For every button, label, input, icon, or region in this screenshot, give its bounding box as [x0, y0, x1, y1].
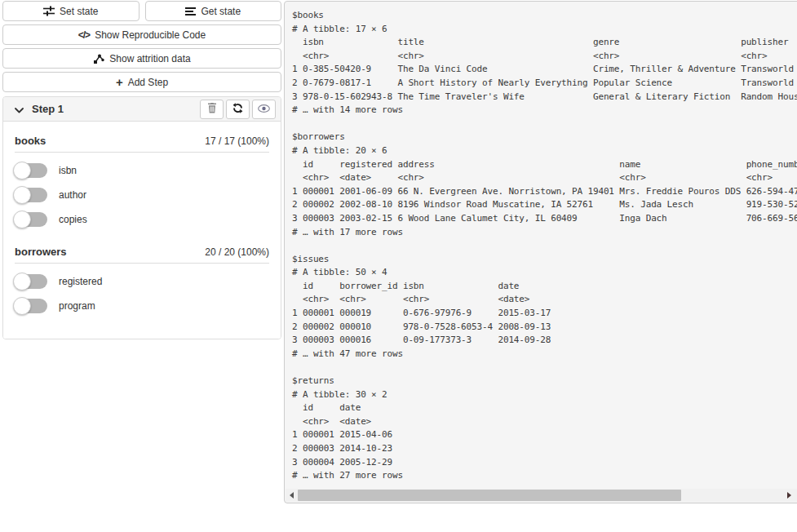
get-state-button[interactable]: Get state: [145, 1, 282, 21]
toggle-row: copies: [15, 211, 269, 228]
toggle-label: registered: [59, 276, 102, 287]
control-sidebar: Set state Get state </> Show Reproducibl…: [2, 1, 281, 339]
show-attrition-data-button[interactable]: Show attrition data: [2, 48, 281, 69]
toggle-knob: [13, 162, 31, 180]
sliders-icon: [43, 6, 55, 16]
toggle-knob: [13, 186, 31, 204]
add-step-label: Add Step: [128, 77, 168, 88]
section-title: borrowers: [15, 246, 67, 258]
menu-icon: [185, 7, 196, 16]
get-state-label: Get state: [201, 6, 241, 17]
toggle-knob: [13, 297, 31, 315]
section-header: borrowers20 / 20 (100%): [15, 246, 269, 264]
state-button-row: Set state Get state: [2, 1, 281, 21]
chevron-down-icon: [15, 102, 24, 117]
section-row-count: 20 / 20 (100%): [205, 246, 269, 258]
step-card-header[interactable]: Step 1: [3, 97, 281, 122]
toggle-row: author: [15, 187, 269, 203]
toggle-knob: [13, 211, 31, 228]
console-panel[interactable]: $books # A tibble: 17 × 6 isbn title gen…: [284, 1, 797, 503]
toggle-switch-author[interactable]: [15, 188, 47, 202]
section-header: books17 / 17 (100%): [15, 135, 269, 153]
delete-step-button[interactable]: [200, 100, 224, 119]
set-state-label: Set state: [60, 6, 98, 17]
toggle-switch-registered[interactable]: [15, 274, 47, 289]
step-title: Step 1: [32, 103, 197, 115]
step-card: Step 1: [2, 96, 281, 339]
toggle-label: copies: [59, 214, 87, 225]
add-step-button[interactable]: + Add Step: [2, 72, 281, 92]
dataset-section-books: books17 / 17 (100%)isbnauthorcopies: [15, 135, 269, 228]
trash-icon: [207, 103, 217, 116]
scrollbar-thumb[interactable]: [298, 490, 681, 501]
section-title: books: [15, 135, 46, 147]
toggle-switch-program[interactable]: [15, 299, 47, 313]
section-row-count: 17 / 17 (100%): [205, 135, 269, 147]
refresh-icon: [232, 103, 243, 116]
toggle-knob: [13, 273, 31, 290]
show-reproducible-code-button[interactable]: </> Show Reproducible Code: [2, 24, 281, 45]
code-icon: </>: [78, 29, 90, 41]
toggle-label: isbn: [59, 165, 77, 176]
show-attrition-label: Show attrition data: [109, 53, 190, 64]
plus-icon: +: [116, 76, 123, 88]
toggle-row: program: [15, 298, 269, 314]
show-code-label: Show Reproducible Code: [95, 29, 206, 41]
toggle-label: author: [59, 189, 86, 201]
step-body: books17 / 17 (100%)isbnauthorcopiesborro…: [3, 122, 281, 339]
refresh-step-button[interactable]: [226, 100, 250, 119]
eye-icon: [258, 103, 270, 115]
app-window: Set state Get state </> Show Reproducibl…: [0, 0, 797, 532]
network-icon: [93, 53, 104, 64]
console-text: $books # A tibble: 17 × 6 isbn title gen…: [285, 2, 797, 489]
horizontal-scrollbar[interactable]: [286, 489, 797, 502]
scroll-right-button[interactable]: [783, 489, 795, 502]
action-button-stack: </> Show Reproducible Code Show attritio…: [2, 24, 281, 92]
toggle-row: isbn: [15, 162, 269, 179]
toggle-row: registered: [15, 273, 269, 290]
toggle-label: program: [59, 300, 95, 312]
dataset-section-borrowers: borrowers20 / 20 (100%)registeredprogram: [15, 246, 269, 314]
toggle-switch-copies[interactable]: [15, 212, 47, 227]
set-state-button[interactable]: Set state: [2, 1, 139, 21]
scroll-left-button[interactable]: [286, 489, 298, 502]
preview-step-button[interactable]: [252, 100, 276, 119]
toggle-switch-isbn[interactable]: [15, 163, 47, 178]
